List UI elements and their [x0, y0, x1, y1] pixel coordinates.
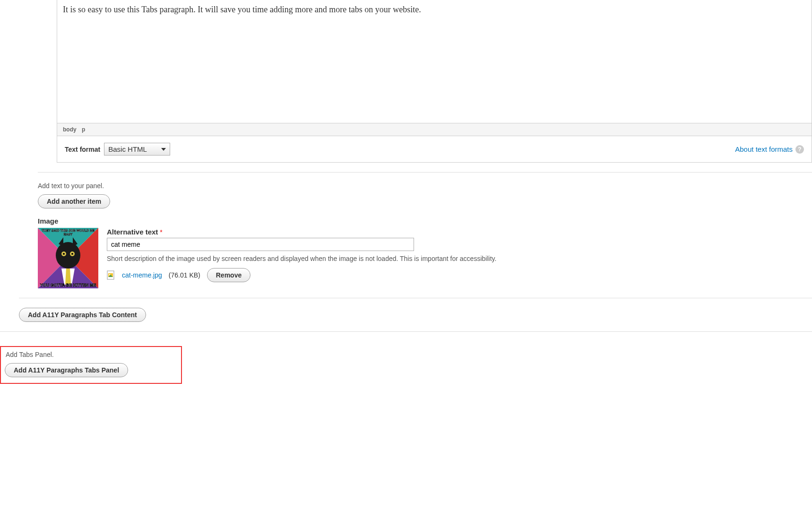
svg-point-10: [71, 253, 73, 255]
about-text-formats-label: About text formats: [735, 145, 793, 153]
editor-textarea[interactable]: It is so easy to use this Tabs paragraph…: [57, 0, 812, 123]
svg-point-4: [56, 242, 80, 269]
text-format-label: Text format: [65, 146, 100, 153]
about-text-formats-link[interactable]: About text formats ?: [735, 145, 804, 154]
add-tab-content-button[interactable]: Add A11Y Paragraphs Tab Content: [19, 308, 146, 322]
image-section-label: Image: [38, 217, 812, 225]
add-tabs-panel-hint: Add Tabs Panel.: [6, 351, 177, 358]
add-tabs-panel-highlight: Add Tabs Panel. Add A11Y Paragraphs Tabs…: [0, 346, 182, 384]
chevron-down-icon: [161, 148, 166, 151]
text-format-bar: Text format Basic HTML About text format…: [57, 136, 812, 163]
image-thumbnail[interactable]: THEY SAID THIS JOB WOULD BE EASY YOU GOT…: [38, 228, 98, 288]
required-marker: *: [160, 228, 162, 236]
alt-text-description: Short description of the image used by s…: [107, 255, 812, 262]
svg-point-9: [63, 253, 65, 255]
editor-path-p[interactable]: p: [82, 126, 85, 133]
svg-point-19: [109, 274, 111, 276]
divider: [38, 172, 812, 173]
svg-text:YOU GOTTA BE KITTEN ME: YOU GOTTA BE KITTEN ME: [40, 283, 96, 287]
divider: [0, 331, 812, 332]
alt-text-label: Alternative text: [107, 228, 158, 236]
add-tabs-panel-button[interactable]: Add A11Y Paragraphs Tabs Panel: [5, 363, 128, 377]
alt-text-input[interactable]: [107, 238, 414, 251]
editor-path-body[interactable]: body: [63, 126, 77, 133]
editor-container: It is so easy to use this Tabs paragraph…: [57, 0, 812, 136]
help-icon: ?: [795, 145, 804, 154]
svg-marker-12: [65, 269, 71, 285]
image-file-size: (76.01 KB): [169, 271, 200, 279]
svg-text:THEY SAID THIS JOB WOULD BE: THEY SAID THIS JOB WOULD BE: [42, 229, 95, 232]
text-format-select[interactable]: Basic HTML: [104, 143, 170, 156]
divider: [19, 298, 812, 298]
add-another-item-button[interactable]: Add another item: [38, 194, 110, 208]
remove-image-button[interactable]: Remove: [207, 268, 251, 282]
file-icon: [107, 270, 115, 280]
panel-hint: Add text to your panel.: [38, 182, 812, 190]
image-file-link[interactable]: cat-meme.jpg: [122, 271, 162, 279]
text-format-selected: Basic HTML: [108, 145, 147, 153]
svg-text:EASY: EASY: [63, 233, 72, 236]
editor-elements-path: body p: [57, 123, 812, 136]
